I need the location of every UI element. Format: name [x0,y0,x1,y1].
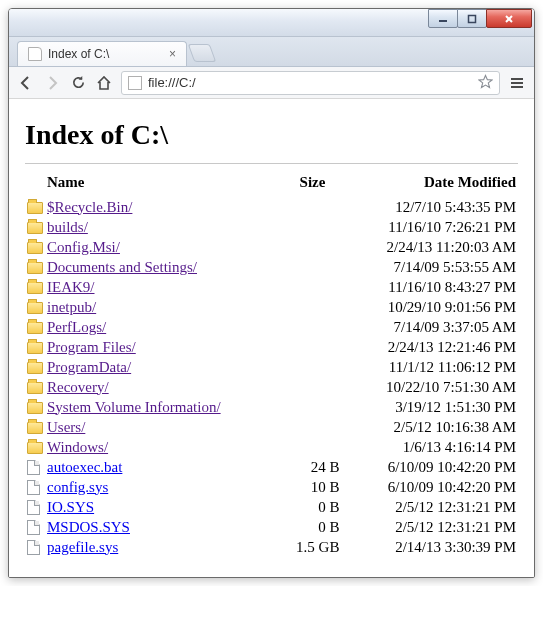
folder-icon [27,302,43,314]
entry-size [279,217,341,237]
entry-date: 2/5/12 10:16:38 AM [341,417,518,437]
table-row: config.sys10 B6/10/09 10:42:20 PM [25,477,518,497]
folder-icon [27,202,43,214]
entry-size [279,337,341,357]
entry-size [279,297,341,317]
entry-date: 2/5/12 12:31:21 PM [341,497,518,517]
entry-size [279,397,341,417]
table-row: Users/2/5/12 10:16:38 AM [25,417,518,437]
entry-link[interactable]: pagefile.sys [47,539,118,555]
entry-size: 10 B [279,477,341,497]
table-row: pagefile.sys1.5 GB2/14/13 3:30:39 PM [25,537,518,557]
entry-size [279,257,341,277]
entry-size [279,317,341,337]
entry-link[interactable]: ProgramData/ [47,359,131,375]
table-row: inetpub/10/29/10 9:01:56 PM [25,297,518,317]
col-date: Date Modified [341,172,518,197]
entry-date: 11/1/12 11:06:12 PM [341,357,518,377]
entry-link[interactable]: $Recycle.Bin/ [47,199,132,215]
entry-size: 0 B [279,517,341,537]
close-button[interactable] [486,9,532,28]
entry-link[interactable]: Recovery/ [47,379,109,395]
new-tab-button[interactable] [188,44,217,62]
entry-date: 6/10/09 10:42:20 PM [341,477,518,497]
col-name: Name [45,172,279,197]
folder-icon [27,322,43,334]
entry-link[interactable]: MSDOS.SYS [47,519,130,535]
window-titlebar [9,9,534,37]
table-row: autoexec.bat24 B6/10/09 10:42:20 PM [25,457,518,477]
table-row: MSDOS.SYS0 B2/5/12 12:31:21 PM [25,517,518,537]
table-row: builds/11/16/10 7:26:21 PM [25,217,518,237]
divider [25,163,518,164]
entry-link[interactable]: System Volume Information/ [47,399,221,415]
chrome-window: Index of C:\ × file:///C:/ In [8,8,535,578]
table-row: IO.SYS0 B2/5/12 12:31:21 PM [25,497,518,517]
home-button[interactable] [95,74,113,92]
minimize-button[interactable] [428,9,458,28]
folder-icon [27,262,43,274]
file-icon [27,480,40,495]
file-icon [27,540,40,555]
entry-date: 10/29/10 9:01:56 PM [341,297,518,317]
entry-size [279,357,341,377]
menu-button[interactable] [508,74,526,92]
entry-link[interactable]: PerfLogs/ [47,319,106,335]
col-size: Size [279,172,341,197]
table-row: Config.Msi/2/24/13 11:20:03 AM [25,237,518,257]
entry-date: 2/14/13 3:30:39 PM [341,537,518,557]
entry-date: 6/10/09 10:42:20 PM [341,457,518,477]
tab-strip: Index of C:\ × [9,37,534,67]
entry-size: 0 B [279,497,341,517]
entry-size [279,277,341,297]
entry-link[interactable]: Users/ [47,419,85,435]
address-bar[interactable]: file:///C:/ [121,71,500,95]
folder-icon [27,422,43,434]
browser-tab[interactable]: Index of C:\ × [17,41,187,66]
folder-icon [27,222,43,234]
forward-button[interactable] [43,74,61,92]
entry-link[interactable]: autoexec.bat [47,459,122,475]
entry-link[interactable]: Program Files/ [47,339,136,355]
entry-link[interactable]: Windows/ [47,439,108,455]
page-content: Index of C:\ Name Size Date Modified $Re… [9,99,534,577]
entry-size [279,437,341,457]
url-text: file:///C:/ [148,75,196,90]
folder-icon [27,342,43,354]
entry-link[interactable]: builds/ [47,219,88,235]
entry-date: 7/14/09 5:53:55 AM [341,257,518,277]
back-button[interactable] [17,74,35,92]
folder-icon [27,442,43,454]
entry-link[interactable]: IEAK9/ [47,279,95,295]
page-title: Index of C:\ [25,119,518,151]
file-icon [27,520,40,535]
reload-button[interactable] [69,74,87,92]
tab-title: Index of C:\ [48,47,109,61]
entry-date: 10/22/10 7:51:30 AM [341,377,518,397]
entry-link[interactable]: inetpub/ [47,299,96,315]
maximize-button[interactable] [457,9,487,28]
entry-date: 11/16/10 8:43:27 PM [341,277,518,297]
table-row: Windows/1/6/13 4:16:14 PM [25,437,518,457]
entry-link[interactable]: IO.SYS [47,499,94,515]
entry-date: 2/24/13 12:21:46 PM [341,337,518,357]
entry-size [279,417,341,437]
tab-close-icon[interactable]: × [169,47,176,61]
table-row: $Recycle.Bin/12/7/10 5:43:35 PM [25,197,518,217]
folder-icon [27,362,43,374]
entry-date: 1/6/13 4:16:14 PM [341,437,518,457]
bookmark-star-icon[interactable] [478,74,493,92]
entry-size [279,197,341,217]
entry-link[interactable]: config.sys [47,479,108,495]
svg-rect-1 [469,15,476,22]
page-icon [28,47,42,61]
entry-date: 2/5/12 12:31:21 PM [341,517,518,537]
entry-date: 2/24/13 11:20:03 AM [341,237,518,257]
folder-icon [27,382,43,394]
file-icon [27,500,40,515]
table-row: PerfLogs/7/14/09 3:37:05 AM [25,317,518,337]
entry-link[interactable]: Documents and Settings/ [47,259,197,275]
entry-link[interactable]: Config.Msi/ [47,239,120,255]
table-row: System Volume Information/3/19/12 1:51:3… [25,397,518,417]
window-controls [429,9,532,28]
